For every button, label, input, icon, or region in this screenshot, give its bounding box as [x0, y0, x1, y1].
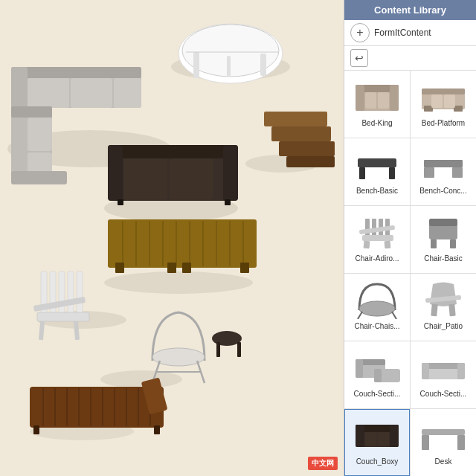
sidebar-toolbar: + FormItContent [344, 20, 476, 46]
svg-rect-28 [108, 145, 123, 201]
item-label-chair-basic: Chair-Basic [424, 254, 463, 263]
grid-item-bench-conc[interactable]: Bench-Conc... [411, 138, 476, 205]
item-label-couch-secti2: Couch-Secti... [420, 390, 467, 399]
item-thumb-chair-basic [416, 211, 470, 252]
svg-rect-50 [271, 126, 331, 141]
svg-rect-131 [390, 425, 399, 447]
svg-rect-69 [30, 387, 164, 428]
svg-rect-56 [68, 271, 74, 316]
svg-rect-136 [457, 435, 465, 450]
svg-rect-30 [124, 158, 167, 199]
item-thumb-bed-king [350, 76, 404, 117]
watermark: 中文网 [308, 457, 338, 470]
svg-rect-94 [444, 94, 455, 108]
svg-rect-67 [216, 342, 220, 357]
item-label-desk: Desk [435, 457, 452, 466]
svg-rect-100 [452, 167, 463, 178]
svg-rect-16 [11, 106, 52, 118]
svg-rect-14 [114, 78, 141, 108]
item-label-chair-adiro: Chair-Adiro... [356, 254, 399, 263]
toolbar-label: FormItContent [374, 28, 431, 38]
grid-item-chair-patio[interactable]: Chair_Patio [411, 274, 476, 341]
item-thumb-chair-adiro [350, 211, 404, 252]
svg-rect-81 [33, 425, 39, 434]
svg-rect-134 [422, 429, 465, 435]
svg-rect-96 [359, 167, 365, 179]
svg-rect-99 [424, 167, 434, 178]
svg-rect-123 [374, 369, 382, 382]
svg-rect-132 [365, 432, 376, 446]
back-button[interactable]: ↩ [350, 49, 368, 67]
svg-rect-47 [182, 263, 191, 273]
svg-rect-17 [28, 118, 52, 151]
svg-rect-106 [364, 240, 370, 248]
svg-rect-87 [365, 92, 376, 109]
grid-item-bed-king[interactable]: Bed-King [344, 71, 410, 138]
svg-rect-107 [385, 240, 391, 248]
item-thumb-chair-patio [416, 279, 470, 320]
grid-item-desk[interactable]: Desk [411, 409, 476, 476]
svg-rect-10 [11, 67, 141, 78]
items-grid: Bed-King Bed-Platform [344, 71, 476, 476]
svg-rect-82 [154, 425, 160, 434]
grid-item-couch-secti1[interactable]: Couch-Secti... [344, 341, 410, 408]
svg-rect-117 [448, 303, 455, 316]
sidebar: Content Library + FormItContent ↩ Bed-Ki… [344, 0, 476, 476]
svg-rect-23 [260, 54, 266, 76]
svg-point-113 [359, 301, 395, 316]
svg-rect-85 [356, 85, 364, 111]
svg-rect-127 [457, 363, 465, 379]
svg-rect-68 [237, 342, 241, 357]
svg-rect-90 [422, 89, 465, 94]
grid-item-chair-basic[interactable]: Chair-Basic [411, 206, 476, 273]
canvas-area: 中文网 [0, 0, 344, 476]
item-label-couch-secti1: Couch-Secti... [354, 390, 401, 399]
svg-rect-130 [356, 425, 364, 447]
svg-rect-98 [424, 160, 463, 167]
svg-point-3 [104, 271, 253, 294]
furniture-scene: 中文网 [0, 0, 344, 476]
svg-rect-48 [240, 263, 249, 273]
svg-rect-34 [108, 219, 257, 268]
item-label-chair-chais: Chair-Chais... [354, 322, 399, 331]
sidebar-back: ↩ [344, 46, 476, 71]
item-thumb-couch-secti1 [350, 347, 404, 387]
svg-rect-32 [118, 199, 123, 205]
svg-line-114 [358, 312, 362, 319]
svg-rect-55 [59, 271, 65, 316]
item-label-bed-king: Bed-King [361, 119, 392, 128]
grid-item-chair-adiro[interactable]: Chair-Adiro... [344, 206, 410, 273]
sidebar-header: Content Library [344, 0, 476, 20]
item-thumb-bench-basic [350, 144, 404, 184]
add-button[interactable]: + [350, 23, 370, 42]
svg-rect-22 [193, 52, 199, 78]
svg-rect-58 [37, 312, 89, 321]
svg-rect-46 [167, 263, 176, 273]
svg-point-5 [100, 370, 182, 388]
svg-rect-93 [431, 94, 443, 108]
svg-rect-31 [170, 158, 213, 199]
svg-rect-97 [389, 167, 395, 179]
item-thumb-couch-boxy [350, 414, 404, 455]
svg-rect-24 [227, 56, 231, 77]
svg-rect-33 [225, 199, 231, 205]
svg-rect-135 [422, 435, 429, 450]
grid-item-bench-basic[interactable]: Bench-Basic [344, 138, 410, 205]
furniture-svg [0, 0, 344, 476]
item-thumb-couch-secti2 [416, 347, 470, 387]
svg-rect-51 [279, 141, 335, 156]
grid-item-chair-chais[interactable]: Chair-Chais... [344, 274, 410, 341]
svg-point-62 [152, 348, 205, 366]
grid-item-couch-secti2[interactable]: Couch-Secti... [411, 341, 476, 408]
svg-rect-49 [264, 112, 327, 126]
grid-item-bed-platform[interactable]: Bed-Platform [411, 71, 476, 138]
item-label-bed-platform: Bed-Platform [422, 119, 465, 128]
svg-rect-88 [378, 92, 389, 109]
svg-rect-101 [365, 219, 370, 237]
item-thumb-chair-chais [350, 279, 404, 320]
grid-item-couch-boxy[interactable]: Couch_Boxy [344, 409, 410, 476]
svg-rect-121 [356, 359, 363, 378]
svg-rect-54 [50, 271, 56, 316]
svg-rect-12 [28, 78, 69, 108]
svg-rect-110 [429, 219, 457, 226]
